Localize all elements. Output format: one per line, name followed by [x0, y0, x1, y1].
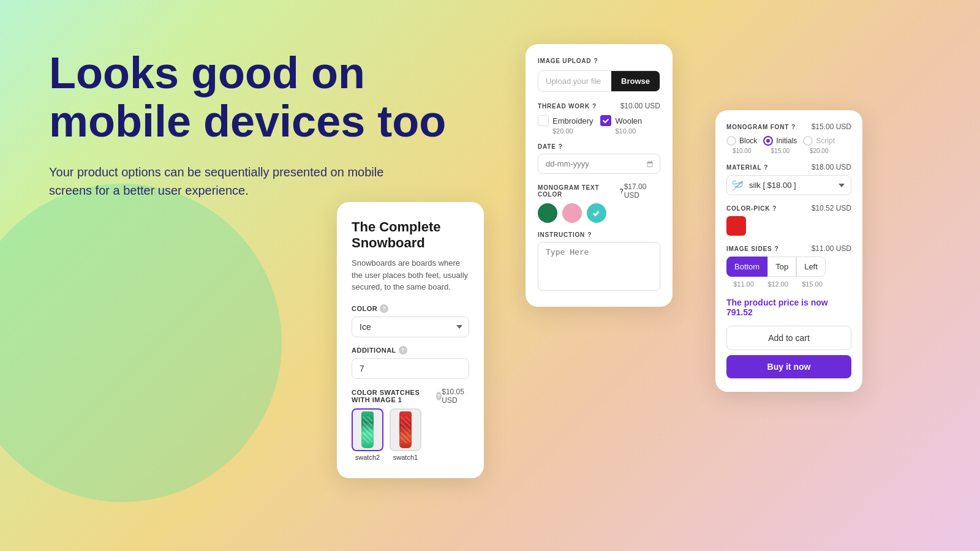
- check-icon: [602, 117, 609, 124]
- thread-options: Embroidery $20.00 Woolen $10.00: [538, 115, 660, 135]
- swatches-row: swatch2 swatch1: [352, 408, 469, 461]
- left-section: Looks good on mobile devices too Your pr…: [49, 49, 466, 200]
- left-button[interactable]: Left: [796, 257, 826, 277]
- material-price: $18.00 USD: [812, 163, 851, 171]
- add-to-cart-button[interactable]: Add to cart: [726, 326, 851, 350]
- initials-radio[interactable]: [763, 136, 773, 146]
- monogram-card: MONOGRAM FONT ? $15.00 USD Block $10.00 …: [715, 110, 862, 392]
- upload-placeholder: Upload your file: [538, 71, 611, 91]
- thread-price: $10.00 USD: [620, 102, 660, 110]
- embroidery-checkbox[interactable]: [538, 115, 549, 126]
- upload-card: IMAGE UPLOAD ? Upload your file Browse T…: [526, 44, 673, 307]
- material-help-icon: ?: [764, 164, 768, 171]
- initials-option[interactable]: Initials $15.00: [763, 136, 797, 154]
- thread-work-header: THREAD WORK ?: [538, 103, 597, 110]
- image-sides-price: $11.00 USD: [812, 244, 851, 253]
- image-upload-header: IMAGE UPLOAD ?: [538, 58, 660, 64]
- side-prices: $11.00 $12.00 $15.00: [726, 280, 851, 288]
- instruction-textarea[interactable]: [538, 242, 660, 291]
- swatch1-label: swatch1: [393, 454, 418, 461]
- swatch-item-2[interactable]: swatch2: [352, 408, 383, 461]
- woolen-checkbox[interactable]: [600, 115, 611, 126]
- additional-input[interactable]: [352, 358, 469, 379]
- block-label: Block: [739, 137, 757, 145]
- swatch1-image[interactable]: [390, 408, 421, 451]
- woolen-label: Woolen: [615, 116, 642, 126]
- script-price: $20.00: [810, 148, 829, 154]
- embroidery-price: $20.00: [552, 127, 593, 135]
- snowboard-green-visual: [361, 411, 374, 448]
- buy-it-now-button[interactable]: Buy it now: [726, 355, 851, 378]
- additional-label: ADDITIONAL ?: [352, 346, 469, 354]
- bottom-button[interactable]: Bottom: [726, 257, 767, 277]
- material-icon: 🪡: [731, 179, 744, 191]
- monogram-color-help-icon: ?: [620, 188, 624, 195]
- top-price: $12.00: [761, 280, 795, 288]
- material-header: MATERIAL ?: [726, 164, 768, 171]
- color-pick-price: $10.52 USD: [812, 204, 851, 212]
- product-price-row: The product price is now 791.52: [726, 298, 851, 317]
- material-select-wrapper: 🪡 silk [ $18.00 ]: [726, 175, 851, 195]
- swatch-item-1[interactable]: swatch1: [390, 408, 421, 461]
- swatch2-image[interactable]: [352, 408, 383, 451]
- monogram-font-price: $15.00 USD: [812, 122, 851, 131]
- color-pick-swatch[interactable]: [726, 216, 746, 236]
- initials-price: $15.00: [771, 148, 790, 154]
- initials-label: Initials: [776, 137, 797, 145]
- instruction-header: INSTRUCTION ?: [538, 231, 592, 238]
- swatches-help-icon: ?: [436, 392, 442, 400]
- product-title: The Complete Snowboard: [352, 219, 469, 251]
- date-header: DATE ?: [538, 143, 563, 150]
- embroidery-label: Embroidery: [552, 116, 593, 126]
- browse-button[interactable]: Browse: [611, 71, 660, 91]
- block-price: $10.00: [733, 148, 752, 154]
- thread-help-icon: ?: [592, 103, 597, 110]
- color-select[interactable]: Ice: [352, 317, 469, 337]
- monogram-color-header: MONOGRAM TEXT COLOR ?: [538, 184, 624, 198]
- bottom-price: $11.00: [726, 280, 761, 288]
- color-label: COLOR ?: [352, 304, 469, 313]
- script-label: Script: [816, 137, 835, 145]
- color-swatches: [538, 203, 660, 223]
- image-sides-header: IMAGE SIDES ?: [726, 246, 778, 252]
- additional-help-icon: ?: [399, 346, 407, 354]
- embroidery-option[interactable]: Embroidery $20.00: [538, 115, 593, 135]
- upload-help-icon: ?: [594, 58, 598, 64]
- color-swatch-pink[interactable]: [562, 203, 582, 223]
- main-heading: Looks good on mobile devices too: [49, 49, 466, 146]
- swatch2-label: swatch2: [355, 454, 380, 461]
- woolen-option[interactable]: Woolen $10.00: [600, 115, 642, 135]
- image-sides-help-icon: ?: [774, 246, 778, 252]
- top-button[interactable]: Top: [767, 257, 796, 277]
- color-swatch-green[interactable]: [538, 203, 557, 223]
- sub-text: Your product options can be sequentially…: [49, 163, 417, 200]
- woolen-price: $10.00: [615, 127, 642, 135]
- date-help-icon: ?: [559, 143, 563, 150]
- monogram-color-price: $17.00 USD: [624, 182, 660, 200]
- mobile-card: The Complete Snowboard Snowboards are bo…: [337, 202, 484, 478]
- script-option[interactable]: Script $20.00: [803, 136, 835, 154]
- block-radio[interactable]: [726, 136, 736, 146]
- date-input[interactable]: [538, 154, 660, 174]
- font-options: Block $10.00 Initials $15.00 Script $20.…: [726, 136, 851, 154]
- monogram-font-header: MONOGRAM FONT ?: [726, 124, 796, 130]
- color-pick-help-icon: ?: [772, 205, 777, 212]
- upload-row: Upload your file Browse: [538, 70, 660, 92]
- product-price-value: 791.52: [726, 307, 753, 317]
- color-swatch-teal[interactable]: [587, 203, 606, 223]
- swatches-label: COLOR SWATCHES WITH IMAGE 1 ?: [352, 389, 442, 403]
- block-option[interactable]: Block $10.00: [726, 136, 757, 154]
- monogram-font-help-icon: ?: [791, 124, 796, 130]
- instruction-help-icon: ?: [587, 231, 592, 238]
- script-radio[interactable]: [803, 136, 813, 146]
- swatches-price: $10.05 USD: [442, 388, 469, 405]
- color-pick-header: COLOR-PICK ?: [726, 205, 777, 212]
- image-sides-buttons: Bottom Top Left: [726, 257, 851, 277]
- material-select[interactable]: silk [ $18.00 ]: [726, 175, 851, 195]
- left-price: $15.00: [795, 280, 829, 288]
- color-help-icon: ?: [380, 304, 388, 313]
- snowboard-red-visual: [399, 411, 412, 448]
- teal-check-icon: [592, 210, 600, 217]
- product-description: Snowboards are boards where the user pla…: [352, 257, 469, 293]
